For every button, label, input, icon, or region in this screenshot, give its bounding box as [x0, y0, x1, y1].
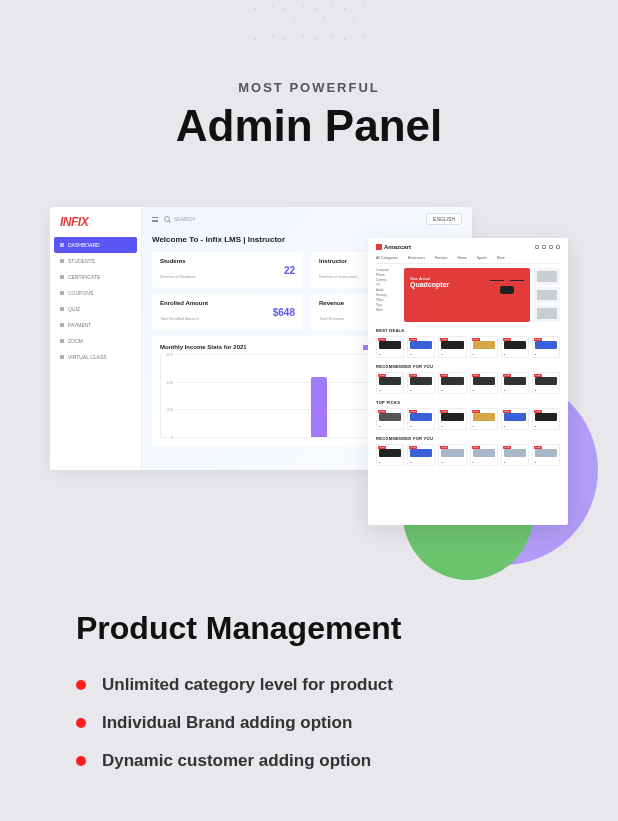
- nav-icon: [60, 291, 64, 295]
- product-card: SALE$--: [532, 444, 560, 466]
- nav-label: COUPONS: [68, 290, 93, 296]
- product-image: [410, 449, 432, 457]
- sidebar-item-coupons: COUPONS: [50, 285, 141, 301]
- drone-icon: [492, 280, 522, 300]
- ecommerce-screenshot: Amazcart All CategoriesElectronicsFashio…: [368, 238, 568, 525]
- ecom-hero: ComputerPhoneCameraTVAudioGamingOfficeTo…: [376, 268, 560, 322]
- product-card: SALE$--: [470, 408, 498, 430]
- ecom-logo: Amazcart: [376, 244, 411, 250]
- stat-value: 22: [284, 265, 295, 276]
- product-card: SALE$--: [407, 444, 435, 466]
- search-placeholder: SEARCH: [174, 216, 195, 222]
- nav-label: DASHBOARD: [68, 242, 100, 248]
- product-price: $--: [473, 353, 495, 356]
- sidebar-item-students: STUDENTS: [50, 253, 141, 269]
- bullet-icon: [76, 756, 86, 766]
- product-price: $--: [535, 389, 557, 392]
- product-price: $--: [441, 389, 463, 392]
- nav-icon: [60, 275, 64, 279]
- product-card: SALE$--: [501, 444, 529, 466]
- product-image: [535, 449, 557, 457]
- ecom-cat-item: Sports: [477, 256, 487, 260]
- stat-students: Students Number of Students 22: [152, 252, 303, 288]
- sidebar-item-payment: PAYMENT: [50, 317, 141, 333]
- product-image: [504, 377, 526, 385]
- nav-label: CERTIFICATE: [68, 274, 100, 280]
- product-image: [473, 413, 495, 421]
- pm-title: Product Management: [76, 610, 542, 647]
- section-heading: RECOMMENDED FOR YOU: [376, 436, 560, 441]
- sidebar-item-zoom: ZOOM: [50, 333, 141, 349]
- ecom-banner: New ArrivalQuadcopter: [404, 268, 530, 322]
- ecom-section-bestdeals: BEST DEALS SALE$--SALE$--SALE$--SALE$--S…: [376, 328, 560, 358]
- product-image: [410, 377, 432, 385]
- sidebar-item-quiz: QUIZ: [50, 301, 141, 317]
- product-price: $--: [441, 461, 463, 464]
- language-select: ENGLISH: [426, 213, 462, 225]
- ecom-cat-item: All Categories: [376, 256, 398, 260]
- product-price: $--: [410, 389, 432, 392]
- y-tick: 400: [161, 380, 173, 385]
- product-card: SALE$--: [376, 444, 404, 466]
- ecom-header-icons: [535, 245, 560, 249]
- nav-icon: [60, 243, 64, 247]
- product-image: [473, 341, 495, 349]
- nav-icon: [60, 259, 64, 263]
- product-price: $--: [473, 425, 495, 428]
- stat-sub: Total Revenue: [319, 316, 345, 321]
- product-image: [535, 341, 557, 349]
- product-price: $--: [441, 425, 463, 428]
- nav-icon: [60, 323, 64, 327]
- product-image: [441, 377, 463, 385]
- product-card: SALE$--: [501, 408, 529, 430]
- product-image: [441, 449, 463, 457]
- chart-bar-aug: [311, 377, 327, 437]
- ecom-category-bar: All CategoriesElectronicsFashionHomeSpor…: [376, 254, 560, 264]
- decorative-pattern: [249, 0, 369, 50]
- product-card: SALE$--: [470, 336, 498, 358]
- product-price: $--: [504, 389, 526, 392]
- nav-label: PAYMENT: [68, 322, 91, 328]
- stat-sub: Number of Instructors: [319, 274, 357, 279]
- product-price: $--: [473, 461, 495, 464]
- nav-label: ZOOM: [68, 338, 83, 344]
- product-card: SALE$--: [376, 336, 404, 358]
- product-price: $--: [379, 353, 401, 356]
- product-price: $--: [379, 425, 401, 428]
- nav-label: STUDENTS: [68, 258, 95, 264]
- feature-item: Dynamic customer adding option: [76, 751, 542, 771]
- product-card: SALE$--: [407, 336, 435, 358]
- nav-label: VIRTUAL CLASS: [68, 354, 107, 360]
- dashboard-logo: INFIX: [50, 207, 141, 237]
- stat-label: Students: [160, 258, 196, 264]
- product-price: $--: [504, 461, 526, 464]
- product-card: SALE$--: [407, 372, 435, 394]
- ecom-thumb-list: [534, 268, 560, 322]
- product-image: [441, 413, 463, 421]
- product-card: SALE$--: [501, 336, 529, 358]
- dashboard-sidebar: INFIX DASHBOARDSTUDENTSCERTIFICATECOUPON…: [50, 207, 142, 470]
- y-tick: 0: [161, 435, 173, 440]
- product-price: $--: [535, 461, 557, 464]
- product-card: SALE$--: [376, 372, 404, 394]
- product-card: SALE$--: [438, 336, 466, 358]
- product-card: SALE$--: [501, 372, 529, 394]
- product-card: SALE$--: [532, 408, 560, 430]
- ecom-cat-item: More: [497, 256, 505, 260]
- y-tick: 200: [161, 407, 173, 412]
- product-price: $--: [379, 461, 401, 464]
- product-price: $--: [535, 353, 557, 356]
- product-image: [473, 377, 495, 385]
- sidebar-item-virtual-class: VIRTUAL CLASS: [50, 349, 141, 365]
- product-image: [504, 449, 526, 457]
- product-card: SALE$--: [470, 444, 498, 466]
- product-card: SALE$--: [532, 336, 560, 358]
- ecom-cat-item: Home: [457, 256, 466, 260]
- product-card: SALE$--: [376, 408, 404, 430]
- product-price: $--: [441, 353, 463, 356]
- bullet-icon: [76, 680, 86, 690]
- section-heading: TOP PICKS: [376, 400, 560, 405]
- product-management-section: Product Management Unlimited category le…: [76, 610, 542, 789]
- ecom-section-recommended: RECOMMENDED FOR YOU SALE$--SALE$--SALE$-…: [376, 364, 560, 394]
- ecom-sidenav-item: More: [376, 308, 400, 313]
